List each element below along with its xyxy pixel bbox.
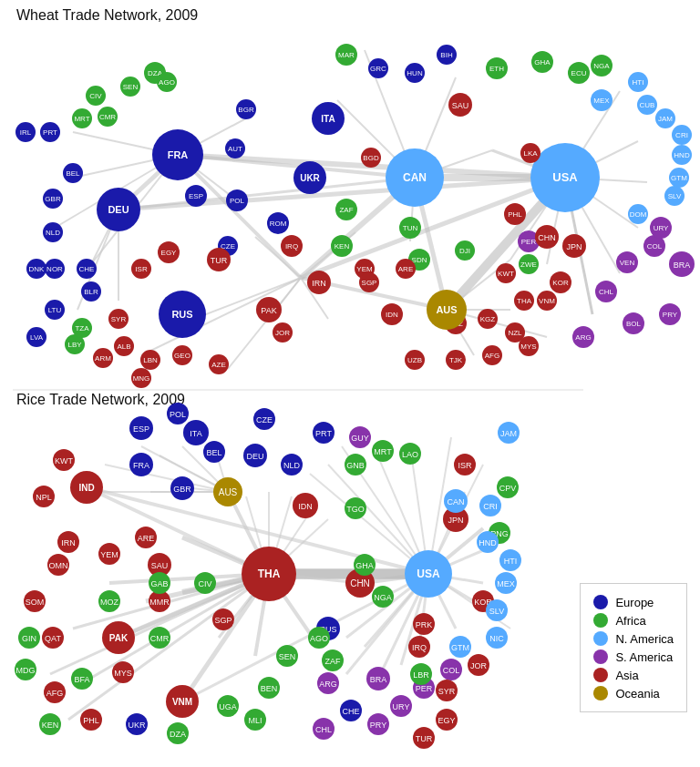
legend-dot-europe xyxy=(593,595,608,609)
svg-text:NLD: NLD xyxy=(46,229,60,237)
svg-text:BEL: BEL xyxy=(66,169,80,178)
svg-text:MDG: MDG xyxy=(16,666,36,675)
svg-text:LTU: LTU xyxy=(48,306,62,314)
svg-text:MYS: MYS xyxy=(520,343,536,351)
svg-text:NGA: NGA xyxy=(374,593,392,602)
svg-text:CAN: CAN xyxy=(447,497,464,506)
svg-text:TZA: TZA xyxy=(75,324,89,332)
svg-text:PAK: PAK xyxy=(261,306,276,315)
svg-text:ZAF: ZAF xyxy=(339,206,353,214)
svg-text:JAM: JAM xyxy=(500,429,517,438)
legend-label-n-america: N. America xyxy=(615,632,674,646)
svg-text:LVA: LVA xyxy=(30,333,44,342)
svg-text:EGY: EGY xyxy=(161,249,178,257)
svg-text:HTI: HTI xyxy=(633,78,644,87)
svg-text:KEN: KEN xyxy=(335,242,350,251)
svg-text:USA: USA xyxy=(417,568,440,580)
svg-text:TUN: TUN xyxy=(403,224,418,232)
svg-text:KEN: KEN xyxy=(42,721,59,730)
svg-text:BIH: BIH xyxy=(440,51,453,59)
svg-text:BGR: BGR xyxy=(238,106,254,114)
svg-text:SYR: SYR xyxy=(111,315,127,323)
svg-text:MLI: MLI xyxy=(248,716,262,725)
svg-text:SLV: SLV xyxy=(668,192,682,200)
svg-text:VNM: VNM xyxy=(172,697,192,707)
svg-text:MNG: MNG xyxy=(133,374,150,383)
svg-text:OMN: OMN xyxy=(49,561,68,570)
legend-dot-s-america xyxy=(593,649,608,664)
svg-text:JPN: JPN xyxy=(566,242,582,251)
svg-text:GUY: GUY xyxy=(351,434,369,443)
svg-text:CZE: CZE xyxy=(256,415,273,424)
svg-text:JOR: JOR xyxy=(470,661,488,670)
svg-text:HND: HND xyxy=(674,151,690,159)
svg-text:SAU: SAU xyxy=(151,561,169,570)
svg-text:PRY: PRY xyxy=(663,311,678,319)
svg-text:UKR: UKR xyxy=(300,173,320,183)
svg-text:CAN: CAN xyxy=(403,171,427,184)
svg-text:UGA: UGA xyxy=(219,702,237,711)
svg-text:CHE: CHE xyxy=(342,707,359,716)
svg-text:IRL: IRL xyxy=(20,128,32,137)
svg-text:ITA: ITA xyxy=(321,114,335,124)
svg-text:NGA: NGA xyxy=(593,62,610,70)
svg-text:THA: THA xyxy=(258,568,281,580)
svg-text:SDN: SDN xyxy=(412,256,427,264)
svg-text:MEX: MEX xyxy=(593,97,610,105)
svg-text:HND: HND xyxy=(479,538,497,547)
svg-text:YEM: YEM xyxy=(356,265,373,273)
svg-text:DNK: DNK xyxy=(29,265,46,273)
svg-text:AFG: AFG xyxy=(46,689,64,698)
svg-text:IRQ: IRQ xyxy=(285,242,298,251)
svg-text:GAB: GAB xyxy=(150,579,168,588)
svg-text:FRA: FRA xyxy=(168,149,189,160)
legend-label-africa: Africa xyxy=(615,614,645,628)
svg-text:CHN: CHN xyxy=(350,578,370,588)
svg-text:YEM: YEM xyxy=(100,550,118,559)
svg-text:SEN: SEN xyxy=(279,652,296,661)
svg-text:AFG: AFG xyxy=(485,352,499,360)
svg-text:CRI: CRI xyxy=(675,131,688,139)
svg-text:NPL: NPL xyxy=(36,493,52,502)
svg-text:DEU: DEU xyxy=(108,204,129,215)
svg-text:ETH: ETH xyxy=(489,65,504,73)
svg-text:PRK: PRK xyxy=(416,620,433,629)
svg-text:FRA: FRA xyxy=(133,461,149,470)
svg-text:ESP: ESP xyxy=(133,424,149,434)
svg-text:ZWE: ZWE xyxy=(520,261,537,269)
svg-text:MMR: MMR xyxy=(149,598,170,607)
svg-text:EGY: EGY xyxy=(438,716,455,725)
svg-text:USA: USA xyxy=(552,170,578,184)
legend-dot-n-america xyxy=(593,631,608,646)
svg-text:DZA: DZA xyxy=(170,730,186,739)
svg-text:TUR: TUR xyxy=(416,734,433,743)
svg-text:RUS: RUS xyxy=(171,309,192,320)
svg-text:SLV: SLV xyxy=(489,607,504,616)
svg-text:URY: URY xyxy=(654,224,669,232)
svg-text:DJI: DJI xyxy=(459,247,470,255)
svg-text:NZL: NZL xyxy=(508,329,522,337)
svg-text:POL: POL xyxy=(230,197,245,205)
svg-text:POL: POL xyxy=(170,410,186,419)
legend-label-oceania: Oceania xyxy=(615,687,659,701)
legend-dot-oceania xyxy=(593,686,608,701)
svg-text:COL: COL xyxy=(647,242,663,251)
svg-text:SGP: SGP xyxy=(214,616,232,625)
svg-text:NLD: NLD xyxy=(283,461,301,470)
svg-text:ARM: ARM xyxy=(95,354,111,363)
svg-text:BOL: BOL xyxy=(626,320,642,328)
svg-text:CIV: CIV xyxy=(198,579,211,588)
svg-text:GHA: GHA xyxy=(355,561,374,570)
svg-text:ARE: ARE xyxy=(138,534,155,543)
svg-text:IRQ: IRQ xyxy=(412,643,427,652)
svg-text:ECU: ECU xyxy=(571,69,587,77)
svg-text:CUB: CUB xyxy=(640,101,655,109)
svg-text:BGD: BGD xyxy=(363,154,379,162)
svg-text:PHL: PHL xyxy=(508,210,522,219)
svg-text:DOM: DOM xyxy=(630,210,647,219)
svg-text:MRT: MRT xyxy=(374,447,392,456)
svg-text:ISR: ISR xyxy=(135,265,148,273)
svg-text:IDN: IDN xyxy=(298,502,313,511)
svg-text:TJK: TJK xyxy=(449,356,463,364)
svg-text:CIV: CIV xyxy=(89,92,102,100)
